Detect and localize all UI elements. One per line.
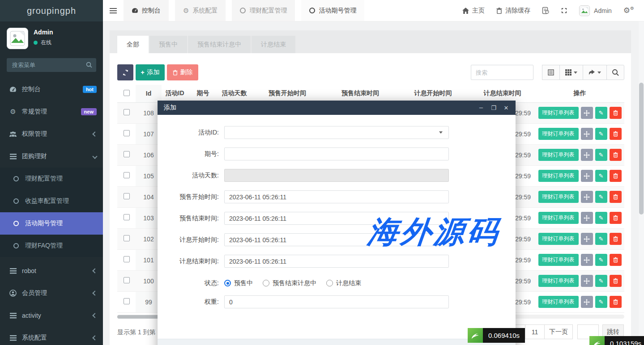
order-list-button[interactable]: 理财订单列表 [538,254,579,266]
weight-input[interactable] [224,295,449,308]
row-checkbox[interactable] [124,172,130,178]
sidebar-item-permissions[interactable]: 权限管理 [0,123,103,145]
edit-button[interactable]: ✎ [595,212,607,224]
row-checkbox[interactable] [124,193,130,199]
move-button[interactable] [581,170,593,182]
order-list-button[interactable]: 理财订单列表 [538,296,579,308]
table-search-input[interactable] [471,65,533,80]
order-list-button[interactable]: 理财订单列表 [538,191,579,203]
row-checkbox[interactable] [124,109,130,115]
col-presale-end[interactable]: 预售结束时间 [324,85,397,102]
tab-all[interactable]: 全部 [117,36,149,53]
row-delete-button[interactable] [610,296,622,308]
sidebar-item-activity[interactable]: activity [0,304,103,327]
detail-view-button[interactable] [542,65,560,80]
order-list-button[interactable]: 理财订单列表 [538,212,579,224]
move-button[interactable] [581,296,593,308]
row-checkbox[interactable] [124,214,130,220]
search-button[interactable] [606,65,624,80]
edit-button[interactable]: ✎ [595,254,607,266]
next-page-button[interactable]: 下一页 [544,324,573,339]
columns-button[interactable] [559,65,583,80]
maximize-icon[interactable]: ❐ [490,105,497,111]
user-menu[interactable]: Admin [579,5,612,16]
sidebar-item-general[interactable]: ⚙ 常规管理 new [0,101,103,123]
edit-button[interactable]: ✎ [595,107,607,119]
move-button[interactable] [581,149,593,161]
row-checkbox[interactable] [124,256,130,262]
sidebar-item-group-finance[interactable]: 团购理财 [0,145,103,168]
move-button[interactable] [581,254,593,266]
move-button[interactable] [581,107,593,119]
page-11-button[interactable]: 11 [525,324,545,339]
select-all-checkbox[interactable] [124,90,130,96]
navtab-console[interactable]: 控制台 [124,0,169,21]
navtab-finance-config[interactable]: 理财配置管理 [232,0,295,21]
minimize-icon[interactable]: ─ [478,105,484,111]
row-delete-button[interactable] [610,254,622,266]
sidebar-subitem-finance-faq[interactable]: 理财FAQ管理 [0,235,103,257]
col-period[interactable]: 期号 [188,85,218,102]
refresh-button[interactable] [117,64,133,80]
dialog-titlebar[interactable]: 添加 ─ ❐ ✕ [158,101,516,115]
export-button[interactable] [583,65,607,80]
order-list-button[interactable]: 理财订单列表 [538,107,579,119]
row-checkbox[interactable] [124,277,130,283]
interest-end-input[interactable] [224,255,449,268]
debug-time-badge[interactable]: 0.103159s [589,336,644,345]
sidebar-item-members[interactable]: 会员管理 [0,282,103,304]
edit-button[interactable]: ✎ [595,149,607,161]
order-list-button[interactable]: 理财订单列表 [538,233,579,245]
vertical-scrollbar[interactable] [639,21,644,345]
col-presale-start[interactable]: 预售开始时间 [251,85,324,102]
edit-button[interactable]: ✎ [595,233,607,245]
fullscreen-icon[interactable] [561,7,567,14]
add-button[interactable]: + 添加 [136,64,165,80]
tab-presale-ended[interactable]: 预售结束计息中 [188,36,251,53]
tab-presale[interactable]: 预售中 [149,36,187,53]
sidebar-search-input[interactable] [7,58,96,72]
presale-start-input[interactable] [224,190,449,203]
order-list-button[interactable]: 理财订单列表 [538,149,579,161]
edit-button[interactable]: ✎ [595,128,607,140]
edit-button[interactable]: ✎ [595,296,607,308]
move-button[interactable] [581,128,593,140]
row-delete-button[interactable] [610,107,622,119]
sidebar-subitem-yield-config[interactable]: 收益率配置管理 [0,190,103,212]
row-delete-button[interactable] [610,170,622,182]
col-activity-id[interactable]: 活动ID [162,85,188,102]
radio-presale-ended[interactable]: 预售结束计息中 [263,279,316,287]
col-id[interactable]: Id [136,85,162,102]
sidebar-item-console[interactable]: 控制台 hot [0,78,103,101]
vertical-scroll-thumb[interactable] [639,83,644,215]
row-delete-button[interactable] [610,275,622,287]
move-button[interactable] [581,191,593,203]
edit-button[interactable]: ✎ [595,275,607,287]
move-button[interactable] [581,212,593,224]
edit-button[interactable]: ✎ [595,170,607,182]
sidebar-subitem-finance-config[interactable]: 理财配置管理 [0,168,103,190]
row-checkbox[interactable] [124,130,130,136]
col-interest-end[interactable]: 计息结束时间 [469,85,535,102]
order-list-button[interactable]: 理财订单列表 [538,128,579,140]
settings-gears-icon[interactable]: ⚙⚙ [623,6,634,15]
clear-cache-link[interactable]: 清除缓存 [496,7,530,15]
row-delete-button[interactable] [610,128,622,140]
row-checkbox[interactable] [124,235,130,241]
navtab-system-config[interactable]: ⚙ 系统配置 [175,0,226,21]
close-icon[interactable]: ✕ [503,105,509,111]
sidebar-item-robot[interactable]: robot [0,260,103,282]
col-days[interactable]: 活动天数 [218,85,251,102]
row-delete-button[interactable] [610,233,622,245]
move-button[interactable] [581,233,593,245]
move-button[interactable] [581,275,593,287]
radio-interest-ended[interactable]: 计息结束 [326,279,361,287]
order-list-button[interactable]: 理财订单列表 [538,170,579,182]
document-icon[interactable] [542,7,549,14]
row-delete-button[interactable] [610,191,622,203]
period-input[interactable] [224,147,449,160]
navtab-activity-period[interactable]: 活动期号管理 [301,0,364,21]
row-delete-button[interactable] [610,149,622,161]
delete-button[interactable]: 删除 [167,64,198,80]
row-delete-button[interactable] [610,212,622,224]
